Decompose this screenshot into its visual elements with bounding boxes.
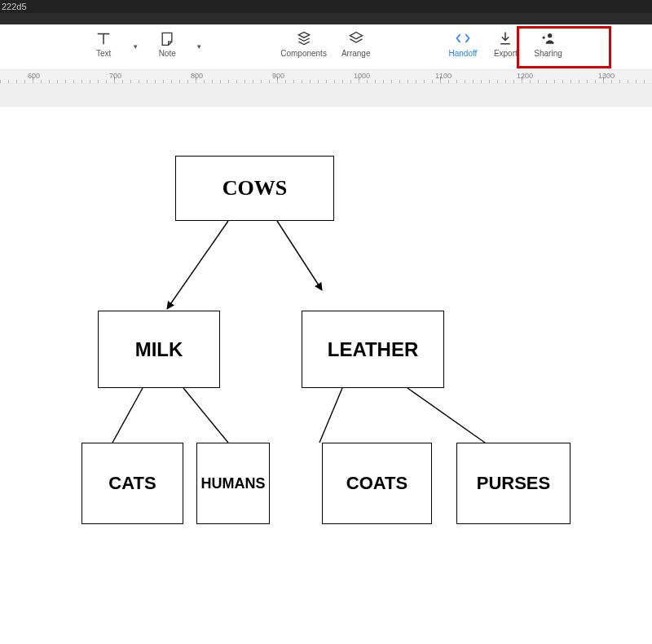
node-leather[interactable]: LEATHER (302, 311, 444, 388)
node-milk[interactable]: MILK (98, 311, 220, 388)
note-tool-button[interactable]: Note (153, 29, 181, 58)
components-button[interactable]: Components (280, 29, 327, 58)
node-label: LEATHER (328, 338, 419, 361)
node-humans[interactable]: HUMANS (196, 443, 270, 524)
text-icon (95, 29, 112, 47)
node-label: HUMANS (201, 475, 266, 492)
handoff-button[interactable]: Handoff (448, 29, 477, 58)
arrange-label: Arrange (341, 49, 371, 58)
main-toolbar: Text ▼ Note ▼ Components Arrange (0, 24, 652, 69)
node-purses[interactable]: PURSES (456, 443, 570, 524)
window-title: 222d5 (2, 2, 27, 11)
svg-line-3 (112, 388, 143, 443)
node-label: COATS (346, 473, 408, 494)
canvas-header-strip (0, 84, 652, 107)
text-tool-label: Text (96, 49, 111, 58)
app-menubar (0, 13, 652, 24)
node-coats[interactable]: COATS (322, 443, 432, 524)
node-label: MILK (135, 338, 183, 361)
svg-line-1 (167, 221, 228, 309)
text-tool-caret[interactable]: ▼ (132, 43, 139, 51)
arrange-icon (347, 29, 365, 47)
node-label: PURSES (477, 473, 550, 494)
svg-line-5 (319, 388, 342, 443)
node-label: COWS (222, 176, 287, 201)
export-label: Export (494, 49, 518, 58)
svg-line-4 (183, 388, 228, 443)
export-button[interactable]: Export (491, 29, 519, 58)
annotation-highlight (517, 26, 611, 68)
design-canvas[interactable]: COWS MILK LEATHER CATS HUMANS COATS PURS… (0, 107, 652, 644)
node-cats[interactable]: CATS (82, 443, 183, 524)
svg-line-6 (408, 388, 485, 443)
window-titlebar: 222d5 (0, 0, 652, 13)
svg-line-2 (277, 221, 322, 290)
node-label: CATS (108, 473, 156, 494)
export-icon (496, 29, 514, 47)
horizontal-ruler[interactable]: 3004005006007008009001000110012001300 (0, 69, 652, 84)
note-tool-caret[interactable]: ▼ (196, 43, 202, 51)
handoff-label: Handoff (448, 49, 477, 58)
components-icon (295, 29, 313, 47)
arrange-button[interactable]: Arrange (341, 29, 371, 58)
handoff-icon (454, 29, 472, 47)
node-cows[interactable]: COWS (175, 156, 334, 221)
text-tool-button[interactable]: Text (90, 29, 117, 58)
toolbar-group: Text ▼ Note ▼ Components Arrange (90, 29, 562, 58)
components-label: Components (280, 49, 327, 58)
note-icon (158, 29, 176, 47)
note-tool-label: Note (159, 49, 176, 58)
